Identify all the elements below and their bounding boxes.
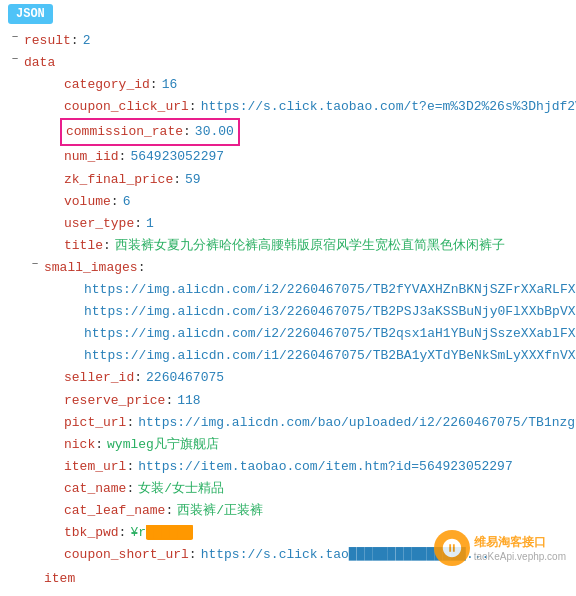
field-key-nick: nick xyxy=(64,434,95,456)
data-toggle[interactable]: − xyxy=(8,52,22,66)
field-key-num_iid: num_iid xyxy=(64,146,119,168)
field-value-commission_rate: 30.00 xyxy=(195,121,234,143)
field-key-category_id: category_id xyxy=(64,74,150,96)
field-key-zk_final_price: zk_final_price xyxy=(64,169,173,191)
field-key-seller_id: seller_id xyxy=(64,367,134,389)
field-key-user_type: user_type xyxy=(64,213,134,235)
field-key-volume: volume xyxy=(64,191,111,213)
field-row-cat_name: −cat_name : 女装/女士精品 xyxy=(8,478,576,500)
field-key-title: title xyxy=(64,235,103,257)
field-key-pict_url: pict_url xyxy=(64,412,126,434)
small-image-item-2: −https://img.alicdn.com/i2/2260467075/TB… xyxy=(8,323,576,345)
field-value-cat_name: 女装/女士精品 xyxy=(138,478,224,500)
top-bar: JSON xyxy=(8,4,53,24)
result-row: − result : 2 xyxy=(8,30,576,52)
field-row-title: −title : 西装裤女夏九分裤哈伦裤高腰韩版原宿风学生宽松直简黑色休闲裤子 xyxy=(8,235,576,257)
field-value-coupon_click_url: https://s.click.taobao.com/t?e=m%3D2%26s… xyxy=(201,96,576,118)
field-value-cat_leaf_name: 西装裤/正装裤 xyxy=(177,500,263,522)
field-row-category_id: −category_id : 16 xyxy=(8,74,576,96)
field-row-zk_final_price: −zk_final_price : 59 xyxy=(8,169,576,191)
small-images-toggle[interactable]: − xyxy=(28,257,42,271)
field-value-seller_id: 2260467075 xyxy=(146,367,224,389)
field-key-item_url: item_url xyxy=(64,456,126,478)
field-value-user_type: 1 xyxy=(146,213,154,235)
field-row-commission_rate: −commission_rate : 30.00 xyxy=(8,118,576,146)
field-key-coupon_click_url: coupon_click_url xyxy=(64,96,189,118)
field-row-user_type: −user_type : 1 xyxy=(8,213,576,235)
watermark: 维易淘客接口 taoKeApi.vephp.com xyxy=(434,530,566,566)
field-value-category_id: 16 xyxy=(162,74,178,96)
field-row-item_url: −item_url : https://item.taobao.com/item… xyxy=(8,456,576,478)
field-row-volume: −volume : 6 xyxy=(8,191,576,213)
highlighted-commission-rate: commission_rate : 30.00 xyxy=(60,118,240,146)
fields-container: −category_id : 16−coupon_click_url : htt… xyxy=(8,74,576,257)
field-row-nick: −nick : wymleg凡宁旗舰店 xyxy=(8,434,576,456)
field-key-tbk_pwd: tbk_pwd xyxy=(64,522,119,544)
data-row: − data xyxy=(8,52,576,74)
field-row-cat_leaf_name: −cat_leaf_name : 西装裤/正装裤 xyxy=(8,500,576,522)
field-value-nick: wymleg凡宁旗舰店 xyxy=(107,434,219,456)
field-value-num_iid: 564923052297 xyxy=(130,146,224,168)
field-value-title: 西装裤女夏九分裤哈伦裤高腰韩版原宿风学生宽松直简黑色休闲裤子 xyxy=(115,235,505,257)
small-images-row: − small_images : xyxy=(8,257,576,279)
result-toggle[interactable]: − xyxy=(8,30,22,44)
field-value-zk_final_price: 59 xyxy=(185,169,201,191)
field-value-item_url: https://item.taobao.com/item.htm?id=5649… xyxy=(138,456,512,478)
field-key-cat_leaf_name: cat_leaf_name xyxy=(64,500,165,522)
field-key-coupon_short_url: coupon_short_url xyxy=(64,544,189,566)
field-row-num_iid: −num_iid : 564923052297 xyxy=(8,146,576,168)
field-row-coupon_click_url: −coupon_click_url : https://s.click.taob… xyxy=(8,96,576,118)
field-value-pict_url: https://img.alicdn.com/bao/uploaded/i2/2… xyxy=(138,412,576,434)
field-value-reserve_price: 118 xyxy=(177,390,200,412)
field-key-commission_rate: commission_rate xyxy=(66,121,183,143)
field-key-reserve_price: reserve_price xyxy=(64,390,165,412)
field-row-reserve_price: −reserve_price : 118 xyxy=(8,390,576,412)
field-value-volume: 6 xyxy=(123,191,131,213)
json-tree: − result : 2 − data −category_id : 16−co… xyxy=(0,28,576,592)
watermark-icon xyxy=(441,537,463,559)
small-image-item-0: −https://img.alicdn.com/i2/2260467075/TB… xyxy=(8,279,576,301)
small-images-container: −https://img.alicdn.com/i2/2260467075/TB… xyxy=(8,279,576,367)
small-image-item-3: −https://img.alicdn.com/i1/2260467075/TB… xyxy=(8,345,576,367)
small-image-item-1: −https://img.alicdn.com/i3/2260467075/TB… xyxy=(8,301,576,323)
field-row-seller_id: −seller_id : 2260467075 xyxy=(8,367,576,389)
item-row: − item xyxy=(8,568,576,590)
field-row-pict_url: −pict_url : https://img.alicdn.com/bao/u… xyxy=(8,412,576,434)
watermark-logo xyxy=(434,530,470,566)
watermark-text-block: 维易淘客接口 taoKeApi.vephp.com xyxy=(474,534,566,562)
field-value-tbk_pwd: ¥r██████ xyxy=(130,522,192,544)
field-key-cat_name: cat_name xyxy=(64,478,126,500)
